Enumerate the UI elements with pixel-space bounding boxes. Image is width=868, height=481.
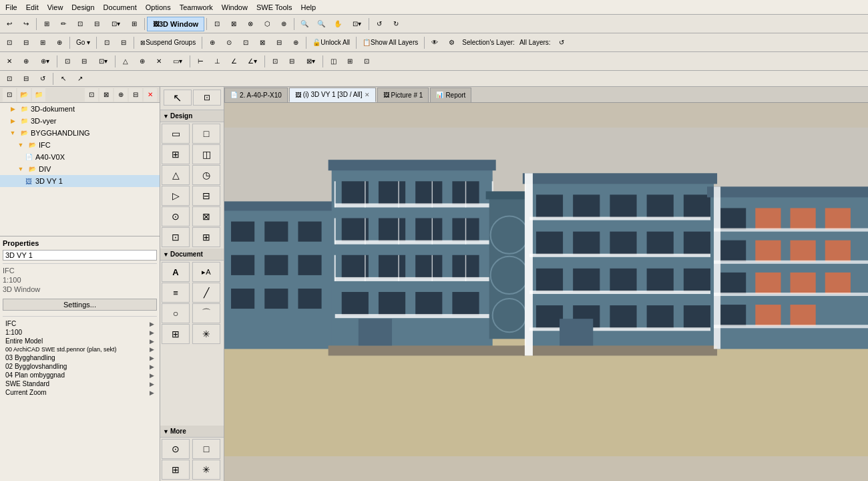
tb-tool4[interactable]: ⊟ — [89, 17, 105, 31]
tool-more4[interactable]: ✳ — [192, 460, 220, 480]
tool-circle[interactable]: ○ — [162, 303, 190, 323]
tb-n2[interactable]: ⊟ — [18, 72, 34, 86]
3d-window-button[interactable]: 🖼 3D Window — [147, 17, 204, 31]
tab-plan[interactable]: 📄 2. A-40-P-X10 — [224, 88, 288, 102]
tree-btn1[interactable]: ⊡ — [3, 88, 16, 102]
tb-undo[interactable]: ↩ — [1, 17, 17, 31]
tb-s6[interactable]: ⊡▾ — [93, 54, 113, 69]
tb-s3[interactable]: ⊕▾ — [35, 54, 55, 69]
tool-line[interactable]: ╱ — [192, 283, 220, 303]
prop-list-ifc[interactable]: IFC ▶ — [3, 319, 157, 328]
tb-nav2[interactable]: 🔍 — [313, 17, 329, 31]
prop-list-bygghandling[interactable]: 03 Bygghandling ▶ — [3, 353, 157, 362]
tb-snap5[interactable]: ⊟ — [271, 35, 287, 50]
tb-go-dropdown[interactable]: Go ▾ — [72, 35, 94, 50]
tb-show-all-layers[interactable]: 📋 Show All Layers — [359, 35, 422, 50]
tb-s20[interactable]: ⊡ — [359, 54, 375, 69]
tab-3d-close[interactable]: ✕ — [365, 92, 370, 98]
tab-report[interactable]: 📊 Report — [430, 88, 471, 102]
palette-design-header[interactable]: ▼ Design — [160, 110, 224, 122]
tool-text-A2[interactable]: ▸A — [192, 262, 220, 282]
tree-btn7[interactable]: ⊟ — [129, 88, 142, 102]
tb-misc2[interactable]: ↻ — [388, 17, 404, 31]
tb-redo[interactable]: ↪ — [18, 17, 34, 31]
menu-document[interactable]: Document — [99, 2, 141, 13]
tb-snap1[interactable]: ⊕ — [204, 35, 220, 50]
tree-btn5[interactable]: ⊠ — [99, 88, 113, 102]
tb-s13[interactable]: ∠ — [226, 54, 242, 69]
tree-btn3[interactable]: 📁 — [32, 88, 45, 102]
tree-item-3d-vyer[interactable]: ▶ 📁 3D-vyer — [0, 115, 160, 127]
tool-wall[interactable]: ▭ — [162, 124, 190, 144]
tree-btn6[interactable]: ⊕ — [114, 88, 128, 102]
tb-layer-refresh[interactable]: ↺ — [554, 35, 570, 50]
3d-view-content[interactable] — [224, 103, 868, 481]
tab-3d-vy1[interactable]: 🖼 (i) 3D VY 1 [3D / All] ✕ — [289, 88, 376, 102]
tb-draw1[interactable]: ⊡ — [1, 35, 17, 50]
tb-snap2[interactable]: ⊙ — [221, 35, 237, 50]
tb-s10[interactable]: ▭▾ — [168, 54, 188, 69]
tool-column[interactable]: □ — [192, 124, 220, 144]
tb-unlock-all[interactable]: 🔓 Unlock All — [308, 35, 354, 50]
tree-item-a40v0x[interactable]: 📄 A40-V0X — [0, 151, 160, 163]
tb-3d5[interactable]: ⊕ — [276, 17, 292, 31]
tb-s16[interactable]: ⊟ — [284, 54, 300, 69]
tb-tool6[interactable]: ⊞ — [126, 17, 142, 31]
tree-item-3d-vy1[interactable]: 🖼 3D VY 1 — [0, 175, 160, 187]
tb-draw2[interactable]: ⊟ — [18, 35, 34, 50]
tb-snap4[interactable]: ⊠ — [254, 35, 270, 50]
tb-draw4[interactable]: ⊕ — [51, 35, 67, 50]
prop-list-current-zoom[interactable]: Current Zoom ▶ — [3, 388, 157, 397]
tb-s14[interactable]: ∠▾ — [242, 54, 262, 69]
tool-window[interactable]: ⊟ — [192, 186, 220, 206]
tb-s12[interactable]: ⊥ — [209, 54, 225, 69]
tool-beam[interactable]: ⊞ — [162, 144, 190, 164]
prop-list-swe-standard[interactable]: SWE Standard ▶ — [3, 379, 157, 388]
tb-layer-eyedrop[interactable]: 👁 — [427, 35, 443, 50]
tb-n3[interactable]: ↺ — [35, 72, 51, 86]
menu-help[interactable]: Help — [297, 2, 320, 13]
tb-s2[interactable]: ⊕ — [18, 54, 34, 69]
prop-list-plan-ombyggnad[interactable]: 04 Plan ombyggnad ▶ — [3, 371, 157, 379]
tool-text-A[interactable]: A — [162, 262, 190, 282]
tool-mesh[interactable]: ⊠ — [192, 206, 220, 226]
tb-nav4[interactable]: ⊡▾ — [347, 17, 367, 31]
tool-zone[interactable]: ⊡ — [162, 227, 190, 247]
tb-3d2[interactable]: ⊠ — [226, 17, 242, 31]
tb-s11[interactable]: ⊢ — [192, 54, 208, 69]
tree-btn4[interactable]: ⊡ — [85, 88, 98, 102]
tb-s15[interactable]: ⊡ — [267, 54, 283, 69]
tb-s18[interactable]: ◫ — [325, 54, 341, 69]
tb-3d4[interactable]: ⬡ — [259, 17, 275, 31]
tool-arc[interactable]: ⌒ — [192, 303, 220, 323]
tool-hatch[interactable]: ≡ — [162, 283, 190, 303]
tool-slab[interactable]: ◫ — [192, 144, 220, 164]
tb-n5[interactable]: ↗ — [72, 72, 88, 86]
tb-s19[interactable]: ⊞ — [342, 54, 358, 69]
tb-s7[interactable]: △ — [118, 54, 134, 69]
tb-n1[interactable]: ⊡ — [1, 72, 17, 86]
tb-tool5[interactable]: ⊡▾ — [105, 17, 126, 31]
tb-nav1[interactable]: 🔍 — [296, 17, 312, 31]
tool-object[interactable]: ⊙ — [162, 206, 190, 226]
menu-options[interactable]: Options — [142, 2, 175, 13]
tool-roof[interactable]: △ — [162, 165, 190, 185]
prop-list-scale[interactable]: 1:100 ▶ — [3, 328, 157, 337]
tb-snap3[interactable]: ⊡ — [238, 35, 254, 50]
tb-suspend-groups[interactable]: ⊠ Suspend Groups — [136, 35, 200, 50]
tree-item-ifc[interactable]: ▼ 📂 IFC — [0, 139, 160, 151]
menu-view[interactable]: View — [43, 2, 67, 13]
tb-tool1[interactable]: ⊞ — [39, 17, 55, 31]
tool-door[interactable]: ▷ — [162, 186, 190, 206]
menu-teamwork[interactable]: Teamwork — [176, 2, 217, 13]
tb-s9[interactable]: ✕ — [151, 54, 167, 69]
palette-more-header[interactable]: ▼ More — [160, 426, 224, 438]
menu-file[interactable]: File — [1, 2, 21, 13]
tb-3d1[interactable]: ⊡ — [209, 17, 225, 31]
tb-s1[interactable]: ✕ — [1, 54, 17, 69]
tab-picture[interactable]: 🖼 Picture # 1 — [377, 88, 429, 102]
tb-s4[interactable]: ⊡ — [59, 54, 75, 69]
menu-design[interactable]: Design — [67, 2, 98, 13]
tool-stair[interactable]: ◷ — [192, 165, 220, 185]
prop-list-entire-model[interactable]: Entire Model ▶ — [3, 337, 157, 345]
